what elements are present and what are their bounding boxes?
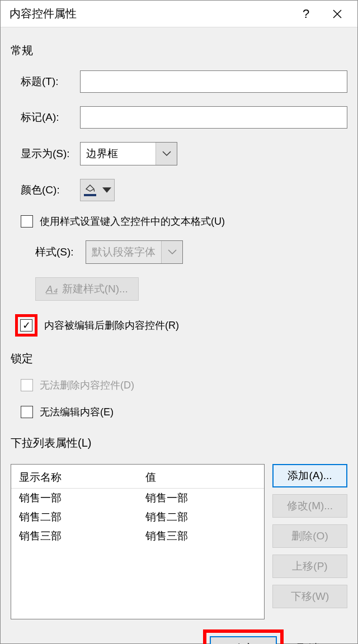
showas-select[interactable]: 边界框 xyxy=(80,142,177,165)
color-picker[interactable] xyxy=(80,179,115,201)
row-title: 标题(T): xyxy=(21,70,347,93)
row-remove-on-edit: 内容被编辑后删除内容控件(R) xyxy=(15,314,347,337)
showas-dropdown-button[interactable] xyxy=(156,143,177,165)
row-new-style: A₄ 新建样式(N)... xyxy=(35,277,347,301)
remove-on-edit-label: 内容被编辑后删除内容控件(R) xyxy=(44,319,179,332)
row-color: 颜色(C): xyxy=(21,179,347,201)
tag-label: 标记(A): xyxy=(21,110,80,125)
style-select[interactable]: 默认段落字体 xyxy=(86,240,183,264)
cell-display: 销售二部 xyxy=(11,508,138,527)
row-style: 样式(S): 默认段落字体 xyxy=(35,240,347,264)
dialog-content: 常规 标题(T): 标记(A): 显示为(S): 边界框 颜色(C): xyxy=(1,27,357,644)
showas-label: 显示为(S): xyxy=(21,146,80,161)
highlight-marker xyxy=(15,314,37,337)
title-label: 标题(T): xyxy=(21,74,80,89)
color-dropdown-button[interactable] xyxy=(100,179,114,201)
cell-value: 销售二部 xyxy=(138,508,264,527)
row-cannot-edit: 无法编辑内容(E) xyxy=(21,405,347,419)
tag-input[interactable] xyxy=(80,106,347,129)
movedown-button: 下移(W) xyxy=(272,585,347,608)
style-label: 样式(S): xyxy=(35,245,86,259)
dialog-footer: 确定 取消 xyxy=(11,629,347,644)
section-dropdown: 下拉列表属性(L) xyxy=(11,435,347,451)
cannot-edit-label: 无法编辑内容(E) xyxy=(40,405,114,419)
new-style-button: A₄ 新建样式(N)... xyxy=(35,277,139,301)
chevron-down-icon xyxy=(168,249,177,255)
list-buttons: 添加(A)... 修改(M)... 删除(O) 上移(P) 下移(W) xyxy=(272,464,347,619)
row-tag: 标记(A): xyxy=(21,106,347,129)
style-a-icon: A₄ xyxy=(46,283,58,296)
close-icon xyxy=(332,9,342,19)
row-showas: 显示为(S): 边界框 xyxy=(21,142,347,165)
ok-highlight: 确定 xyxy=(203,629,284,644)
cannot-edit-checkbox[interactable] xyxy=(21,406,33,418)
moveup-button: 上移(P) xyxy=(272,555,347,578)
cell-value: 销售一部 xyxy=(138,489,264,508)
chevron-down-icon xyxy=(162,151,171,157)
add-button[interactable]: 添加(A)... xyxy=(272,464,347,487)
cell-display: 销售三部 xyxy=(11,527,138,546)
titlebar: 内容控件属性 ? xyxy=(1,1,357,27)
caret-down-icon xyxy=(102,187,111,193)
col-value: 值 xyxy=(138,468,264,489)
close-button[interactable] xyxy=(322,1,353,27)
title-input[interactable] xyxy=(80,70,347,93)
cannot-delete-checkbox xyxy=(21,379,33,391)
style-dropdown-button[interactable] xyxy=(161,241,182,263)
col-display: 显示名称 xyxy=(11,468,138,489)
section-general: 常规 xyxy=(11,43,347,58)
table-row[interactable]: 销售二部 销售二部 xyxy=(11,508,264,527)
color-label: 颜色(C): xyxy=(21,183,80,197)
section-lock: 锁定 xyxy=(11,351,347,366)
modify-button: 修改(M)... xyxy=(272,494,347,518)
dialog-title: 内容控件属性 xyxy=(10,6,290,21)
cancel-button[interactable]: 取消 xyxy=(297,641,347,645)
use-style-label: 使用样式设置键入空控件中的文本格式(U) xyxy=(40,215,225,228)
use-style-checkbox[interactable] xyxy=(21,215,33,228)
paint-bucket-icon xyxy=(81,179,100,201)
row-use-style: 使用样式设置键入空控件中的文本格式(U) xyxy=(21,215,347,228)
table-row[interactable]: 销售一部 销售一部 xyxy=(11,489,264,508)
dropdown-list-area: 显示名称 值 销售一部 销售一部 销售二部 销售二部 销售三部 销售三部 xyxy=(11,464,347,619)
help-button[interactable]: ? xyxy=(290,1,322,27)
remove-on-edit-checkbox[interactable] xyxy=(20,319,32,332)
ok-button[interactable]: 确定 xyxy=(210,636,277,644)
style-value: 默认段落字体 xyxy=(86,241,161,263)
dropdown-table: 显示名称 值 销售一部 销售一部 销售二部 销售二部 销售三部 销售三部 xyxy=(11,468,264,546)
table-row[interactable]: 销售三部 销售三部 xyxy=(11,527,264,546)
showas-value: 边界框 xyxy=(81,143,156,165)
dialog-window: 内容控件属性 ? 常规 标题(T): 标记(A): 显示为(S): 边界框 颜 xyxy=(0,0,358,644)
row-cannot-delete: 无法删除内容控件(D) xyxy=(21,378,347,392)
cannot-delete-label: 无法删除内容控件(D) xyxy=(40,378,134,392)
new-style-label: 新建样式(N)... xyxy=(62,282,128,296)
cell-value: 销售三部 xyxy=(138,527,264,546)
delete-button: 删除(O) xyxy=(272,524,347,548)
dropdown-listbox[interactable]: 显示名称 值 销售一部 销售一部 销售二部 销售二部 销售三部 销售三部 xyxy=(11,464,265,619)
cell-display: 销售一部 xyxy=(11,489,138,508)
